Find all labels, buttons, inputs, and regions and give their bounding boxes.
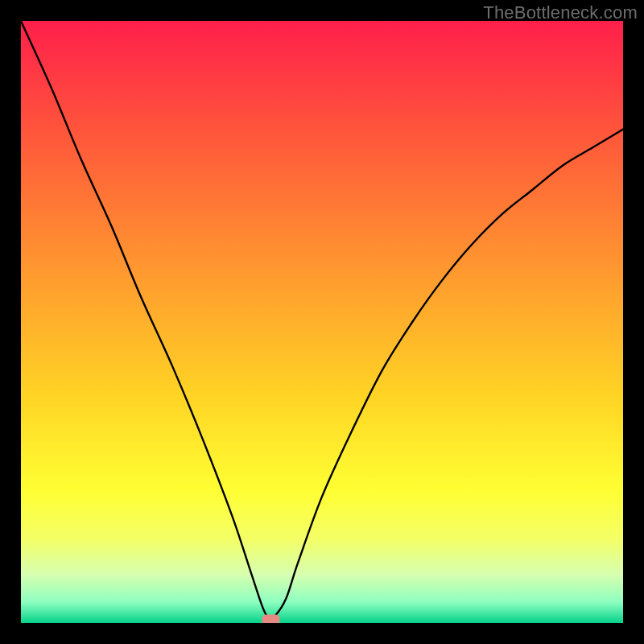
min-marker [262, 615, 279, 623]
gradient-background [21, 21, 623, 623]
chart-svg [21, 21, 623, 623]
chart-frame: TheBottleneck.com [0, 0, 644, 644]
plot-area [21, 21, 623, 623]
